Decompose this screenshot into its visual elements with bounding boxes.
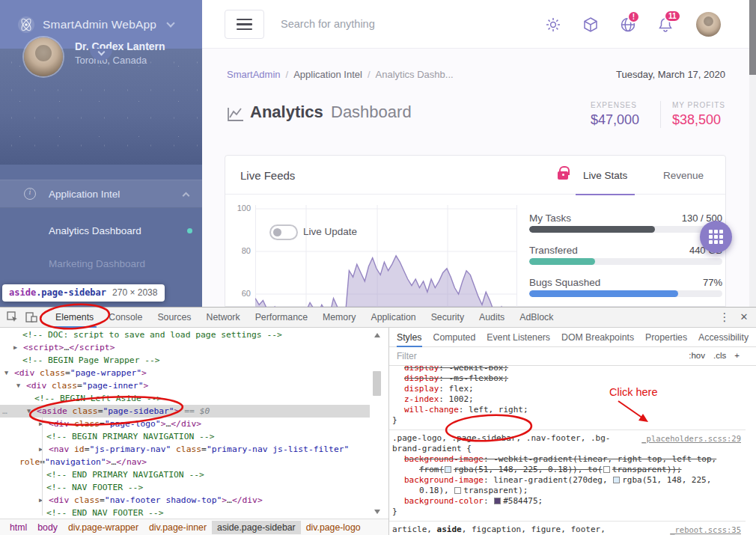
css-rule: display: -webkit-box;display: -ms-flexbo… <box>389 366 746 430</box>
color-swatch[interactable] <box>494 498 501 504</box>
stylesheet-source-link[interactable]: _placeholders.scss:29 <box>641 433 741 444</box>
styles-tab-properties[interactable]: Properties <box>645 328 687 347</box>
dom-node[interactable]: <!-- END NAV FOOTER --> <box>0 507 370 519</box>
dom-node[interactable]: ▼<div class="page-inner"> <box>0 379 370 392</box>
devtools-tab-security[interactable]: Security <box>424 308 472 328</box>
tab-revenue[interactable]: Revenue <box>663 156 704 195</box>
devtools-tab-audits[interactable]: Audits <box>472 308 512 328</box>
settings-gear-icon[interactable] <box>545 16 561 33</box>
dom-node[interactable]: <!-- END PRIMARY NAVIGATION --> <box>0 468 370 481</box>
user-name[interactable]: Dr. Codex Lantern <box>75 40 165 52</box>
color-swatch[interactable] <box>603 466 610 473</box>
devtools-tab-adblock[interactable]: AdBlock <box>512 308 561 328</box>
color-swatch[interactable] <box>613 477 620 483</box>
css-declaration[interactable]: } <box>389 415 746 426</box>
dom-node-selected[interactable]: …▼<aside class="page-sidebar"> == $0 <box>0 405 370 418</box>
user-avatar[interactable] <box>24 37 63 76</box>
dom-node[interactable]: ▶<nav id="js-primary-nav" class="primary… <box>0 443 370 456</box>
devtools-tabs: ElementsConsoleSourcesNetworkPerformance… <box>48 308 561 328</box>
styles-tab-dom-breakpoints[interactable]: DOM Breakpoints <box>561 328 634 347</box>
css-declaration[interactable]: display: flex; <box>389 384 746 394</box>
css-declaration[interactable]: } <box>389 507 746 517</box>
filter-input[interactable]: Filter <box>397 351 417 361</box>
header-avatar[interactable] <box>696 12 721 37</box>
breadcrumb-item[interactable]: Analytics Dashb... <box>376 69 454 80</box>
css-declaration[interactable]: display: -ms-flexbox; <box>389 373 746 384</box>
css-selector[interactable]: article, aside, figcaption, figure, foot… <box>392 525 621 535</box>
dom-node[interactable]: <!-- DOC: script to save and load page s… <box>0 328 370 341</box>
color-swatch[interactable] <box>445 466 451 473</box>
dom-node[interactable]: ▼<div class="page-wrapper"> <box>0 367 370 379</box>
breadcrumb-node-div.page-wrapper[interactable]: div.page-wrapper <box>63 521 144 534</box>
css-declaration[interactable]: display: -webkit-box; <box>389 366 746 373</box>
elements-scrollbar[interactable] <box>372 330 382 517</box>
sidebar-item-analytics-dashboard[interactable]: Analytics Dashboard <box>0 215 202 245</box>
css-declaration[interactable]: background-image: -webkit-gradient(linea… <box>389 454 746 475</box>
scroll-down-icon[interactable] <box>374 510 380 514</box>
styles-tabs: StylesComputedEvent ListenersDOM Breakpo… <box>389 328 756 347</box>
css-declaration[interactable]: background-image: linear-gradient(270deg… <box>389 475 746 496</box>
tooltip-dimensions: 270 × 2038 <box>112 287 157 298</box>
progress-fill <box>529 258 595 265</box>
sidebar-item-label: Application Intel <box>49 189 120 200</box>
styles-tab-accessibility[interactable]: Accessibility <box>698 328 749 347</box>
live-update-toggle[interactable] <box>269 224 298 240</box>
dom-node[interactable]: ▶<div class="nav-footer shadow-top">…</d… <box>0 494 370 507</box>
sidebar-item-marketing-dashboard[interactable]: Marketing Dashboard <box>0 248 202 278</box>
styles-control[interactable]: + <box>734 351 740 360</box>
sidebar-item-label: Analytics Dashboard <box>49 225 141 236</box>
dom-node[interactable]: role="navigation">…</nav> <box>0 456 370 468</box>
breadcrumb-node-div.page-logo[interactable]: div.page-logo <box>301 521 366 534</box>
devtools-tab-console[interactable]: Console <box>101 308 150 328</box>
styles-control[interactable]: :hov <box>689 351 705 360</box>
page-scrollbar[interactable] <box>749 0 756 307</box>
inspect-element-icon[interactable] <box>7 311 19 323</box>
devtools-tab-performance[interactable]: Performance <box>248 308 315 328</box>
scroll-up-icon[interactable] <box>374 333 380 337</box>
chart-title-icon <box>227 106 245 122</box>
dom-node[interactable]: <!-- BEGIN PRIMARY NAVIGATION --> <box>0 430 370 443</box>
dom-node[interactable]: ▶<script>…</script> <box>0 341 370 354</box>
breadcrumb-node-body[interactable]: body <box>32 521 63 534</box>
css-declaration[interactable]: will-change: left, right; <box>389 405 746 415</box>
devtools-tab-memory[interactable]: Memory <box>315 308 363 328</box>
color-swatch[interactable] <box>454 487 461 494</box>
breadcrumb-node-html[interactable]: html <box>4 521 32 534</box>
styles-tab-styles[interactable]: Styles <box>397 328 422 347</box>
devtools-tab-network[interactable]: Network <box>199 308 248 328</box>
stylesheet-source-link[interactable]: _reboot.scss:35 <box>670 525 741 535</box>
css-rule: article, aside, figcaption, figure, foot… <box>389 522 746 535</box>
css-selector[interactable]: .page-logo, .page-sidebar, .nav-footer, … <box>392 433 621 454</box>
css-declaration[interactable]: background-color: #584475; <box>389 496 746 507</box>
progress-bar <box>529 290 722 297</box>
breadcrumb-item[interactable]: Application Intel <box>293 69 362 80</box>
menu-button[interactable] <box>225 10 264 39</box>
breadcrumb-item[interactable]: SmartAdmin <box>227 69 281 80</box>
tab-live-stats[interactable]: Live Stats <box>583 156 627 195</box>
devtools-more-icon[interactable]: ⋮ <box>717 311 732 325</box>
styles-tab-computed[interactable]: Computed <box>433 328 476 347</box>
dom-node[interactable]: ▶<div class="page-logo">…</div> <box>0 418 370 430</box>
devtools-tab-sources[interactable]: Sources <box>150 308 198 328</box>
styles-tab-event-listeners[interactable]: Event Listeners <box>487 328 550 347</box>
breadcrumb-node-aside.page-sidebar[interactable]: aside.page-sidebar <box>212 521 301 534</box>
globe-alert-badge: ! <box>627 10 640 23</box>
search-input[interactable]: Search for anything <box>281 18 375 30</box>
dom-node[interactable]: <!-- BEGIN Page Wrapper --> <box>0 354 370 367</box>
dom-node[interactable]: <!-- NAV FOOTER --> <box>0 481 370 494</box>
css-declaration[interactable]: z-index: 1002; <box>389 394 746 405</box>
scrollbar-thumb[interactable] <box>749 0 756 75</box>
devtools-close-icon[interactable]: ✕ <box>737 311 752 326</box>
quick-menu-fab-button[interactable] <box>700 221 732 253</box>
breadcrumb-node-div.page-inner[interactable]: div.page-inner <box>144 521 212 534</box>
styles-control[interactable]: .cls <box>713 351 726 360</box>
sidebar-item-application-intel[interactable]: Application Intel <box>0 180 202 208</box>
devtools-tab-elements[interactable]: Elements <box>48 308 101 328</box>
device-toolbar-icon[interactable] <box>25 311 37 323</box>
devtools-tab-application[interactable]: Application <box>363 308 423 328</box>
apps-cube-icon[interactable] <box>582 16 599 33</box>
dom-node[interactable]: <!-- BEGIN Left Aside --> <box>0 392 370 405</box>
scrollbar-thumb[interactable] <box>373 371 381 396</box>
lock-icon[interactable] <box>558 171 568 180</box>
breadcrumb[interactable]: SmartAdmin/Application Intel/Analytics D… <box>227 69 454 80</box>
